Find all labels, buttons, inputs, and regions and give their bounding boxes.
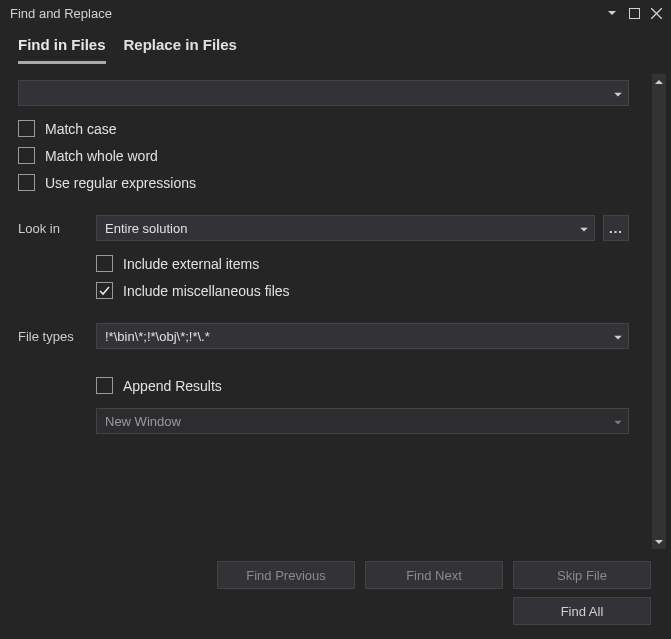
scroll-up-icon[interactable] <box>652 74 666 88</box>
chevron-down-icon[interactable] <box>614 86 622 101</box>
look-in-select[interactable]: Entire solution <box>96 215 595 241</box>
file-types-input[interactable]: !*\bin\*;!*\obj\*;!*\.* <box>96 323 629 349</box>
content-area: Match case Match whole word Use regular … <box>0 64 671 639</box>
chevron-down-icon[interactable] <box>614 329 622 344</box>
tab-bar: Find in Files Replace in Files <box>0 26 671 64</box>
match-whole-word-checkbox[interactable] <box>18 147 35 164</box>
close-icon[interactable] <box>647 4 665 22</box>
match-case-label: Match case <box>45 121 117 137</box>
append-results-label: Append Results <box>123 378 222 394</box>
vertical-scrollbar[interactable] <box>652 74 666 549</box>
include-misc-checkbox[interactable] <box>96 282 113 299</box>
titlebar: Find and Replace <box>0 0 671 26</box>
svg-rect-0 <box>629 8 639 18</box>
chevron-down-icon[interactable] <box>580 221 588 236</box>
chevron-down-icon[interactable] <box>614 414 622 429</box>
include-misc-label: Include miscellaneous files <box>123 283 290 299</box>
look-in-value: Entire solution <box>105 221 187 236</box>
search-term-input[interactable] <box>18 80 629 106</box>
skip-file-button[interactable]: Skip File <box>513 561 651 589</box>
window-title: Find and Replace <box>10 6 599 21</box>
file-types-label: File types <box>18 329 96 344</box>
tab-find-in-files[interactable]: Find in Files <box>18 36 106 64</box>
scroll-down-icon[interactable] <box>652 535 666 549</box>
find-all-button[interactable]: Find All <box>513 597 651 625</box>
match-whole-word-label: Match whole word <box>45 148 158 164</box>
browse-button[interactable]: ... <box>603 215 629 241</box>
find-next-button[interactable]: Find Next <box>365 561 503 589</box>
look-in-label: Look in <box>18 221 96 236</box>
results-window-select[interactable]: New Window <box>96 408 629 434</box>
maximize-icon[interactable] <box>625 4 643 22</box>
include-external-checkbox[interactable] <box>96 255 113 272</box>
match-case-checkbox[interactable] <box>18 120 35 137</box>
use-regex-checkbox[interactable] <box>18 174 35 191</box>
window-dropdown-icon[interactable] <box>603 4 621 22</box>
include-external-label: Include external items <box>123 256 259 272</box>
use-regex-label: Use regular expressions <box>45 175 196 191</box>
find-previous-button[interactable]: Find Previous <box>217 561 355 589</box>
append-results-checkbox[interactable] <box>96 377 113 394</box>
tab-replace-in-files[interactable]: Replace in Files <box>124 36 237 64</box>
file-types-value: !*\bin\*;!*\obj\*;!*\.* <box>105 329 210 344</box>
action-buttons: Find Previous Find Next Skip File Find A… <box>217 561 651 625</box>
results-window-value: New Window <box>105 414 181 429</box>
